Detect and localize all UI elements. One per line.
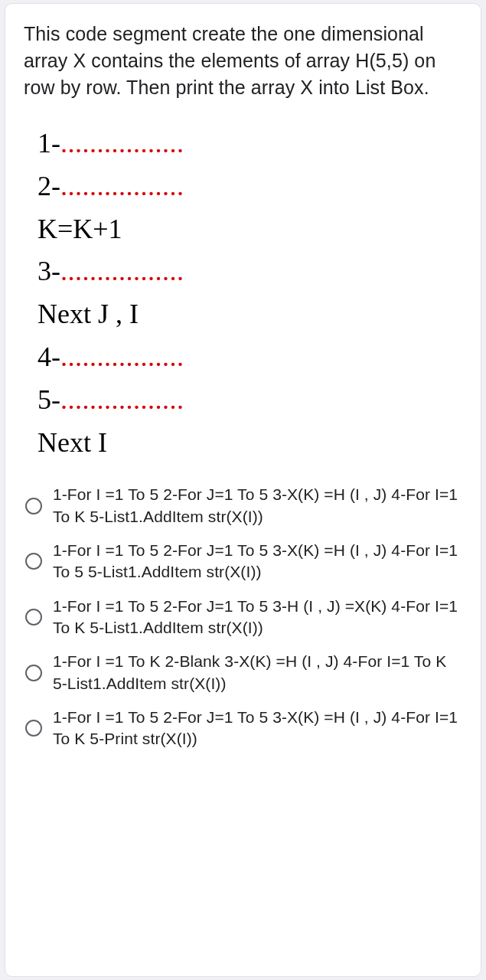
option-text: 1-For I =1 To 5 2-For J=1 To 5 3-X(K) =H… [53,540,462,583]
radio-icon[interactable] [25,498,42,514]
option-3[interactable]: 1-For I =1 To 5 2-For J=1 To 5 3-H (I , … [24,596,462,639]
option-1[interactable]: 1-For I =1 To 5 2-For J=1 To 5 3-X(K) =H… [24,484,462,528]
code-prefix: 4- [38,341,60,372]
options-group: 1-For I =1 To 5 2-For J=1 To 5 3-X(K) =H… [24,484,462,750]
code-block: 1-................. 2-................. … [24,122,462,464]
code-line: 2-................. [38,165,462,208]
option-5[interactable]: 1-For I =1 To 5 2-For J=1 To 5 3-X(K) =H… [24,707,462,750]
option-text: 1-For I =1 To 5 2-For J=1 To 5 3-H (I , … [53,596,462,639]
option-2[interactable]: 1-For I =1 To 5 2-For J=1 To 5 3-X(K) =H… [24,540,462,583]
option-4[interactable]: 1-For I =1 To K 2-Blank 3-X(K) =H (I , J… [24,651,462,694]
code-prefix: Next I [38,427,107,458]
code-prefix: Next J , I [38,299,139,329]
code-line: Next I [38,422,462,465]
code-prefix: 5- [38,384,60,415]
code-line: 3-................. [38,250,462,293]
question-text: This code segment create the one dimensi… [24,21,462,101]
radio-icon[interactable] [25,609,42,626]
option-text: 1-For I =1 To 5 2-For J=1 To 5 3-X(K) =H… [53,707,462,750]
code-dots: ................. [60,128,184,158]
code-line: Next J , I [38,293,462,336]
code-line: 4-................. [38,336,462,379]
question-card: This code segment create the one dimensi… [5,3,481,977]
code-dots: ................. [60,341,184,372]
code-line: 1-................. [38,122,462,165]
code-dots: ................. [60,256,184,286]
radio-icon[interactable] [25,665,42,681]
code-prefix: 1- [38,128,60,158]
option-text: 1-For I =1 To K 2-Blank 3-X(K) =H (I , J… [53,651,462,694]
code-prefix: K=K+1 [38,214,122,244]
radio-icon[interactable] [25,553,42,570]
radio-icon[interactable] [25,720,42,737]
option-text: 1-For I =1 To 5 2-For J=1 To 5 3-X(K) =H… [53,484,462,528]
code-prefix: 3- [38,256,60,286]
code-line: 5-................. [38,379,462,422]
code-line: K=K+1 [38,208,462,251]
code-dots: ................. [60,171,184,201]
code-prefix: 2- [38,171,60,201]
code-dots: ................. [60,384,184,415]
